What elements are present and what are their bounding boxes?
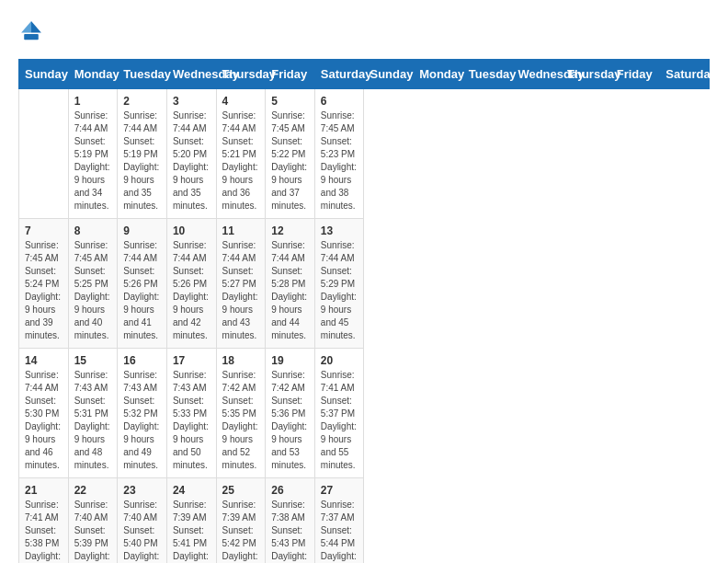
calendar-cell: 9Sunrise: 7:44 AMSunset: 5:26 PMDaylight… <box>118 219 167 349</box>
calendar-cell: 24Sunrise: 7:39 AMSunset: 5:41 PMDayligh… <box>166 478 216 564</box>
day-info: Sunrise: 7:45 AMSunset: 5:22 PMDaylight:… <box>271 109 309 213</box>
day-number: 17 <box>173 354 210 367</box>
calendar-cell: 26Sunrise: 7:38 AMSunset: 5:43 PMDayligh… <box>266 478 315 564</box>
day-number: 14 <box>25 354 63 367</box>
day-info: Sunrise: 7:44 AMSunset: 5:21 PMDaylight:… <box>222 109 260 213</box>
calendar-cell: 2Sunrise: 7:44 AMSunset: 5:19 PMDaylight… <box>118 89 167 219</box>
calendar-cell: 23Sunrise: 7:40 AMSunset: 5:40 PMDayligh… <box>118 478 167 564</box>
day-info: Sunrise: 7:44 AMSunset: 5:30 PMDaylight:… <box>25 369 63 472</box>
day-header-thursday: Thursday <box>562 60 611 89</box>
day-header-tuesday: Tuesday <box>118 60 167 89</box>
day-number: 6 <box>321 95 358 108</box>
day-info: Sunrise: 7:44 AMSunset: 5:19 PMDaylight:… <box>123 109 161 213</box>
day-header-sunday: Sunday <box>19 60 69 89</box>
calendar-cell: 20Sunrise: 7:41 AMSunset: 5:37 PMDayligh… <box>314 349 364 478</box>
day-header-friday: Friday <box>266 60 315 89</box>
calendar-cell: 5Sunrise: 7:45 AMSunset: 5:22 PMDaylight… <box>266 89 315 219</box>
calendar-cell: 16Sunrise: 7:43 AMSunset: 5:32 PMDayligh… <box>118 349 167 478</box>
day-info: Sunrise: 7:45 AMSunset: 5:24 PMDaylight:… <box>25 239 63 342</box>
day-number: 21 <box>25 484 63 497</box>
calendar-cell: 10Sunrise: 7:44 AMSunset: 5:26 PMDayligh… <box>166 219 216 349</box>
calendar-cell: 12Sunrise: 7:44 AMSunset: 5:28 PMDayligh… <box>266 219 315 349</box>
day-info: Sunrise: 7:41 AMSunset: 5:38 PMDaylight:… <box>25 499 63 563</box>
day-info: Sunrise: 7:39 AMSunset: 5:42 PMDaylight:… <box>222 499 260 563</box>
calendar-cell: 18Sunrise: 7:42 AMSunset: 5:35 PMDayligh… <box>216 349 266 478</box>
day-info: Sunrise: 7:43 AMSunset: 5:33 PMDaylight:… <box>173 369 210 472</box>
day-info: Sunrise: 7:45 AMSunset: 5:25 PMDaylight:… <box>74 239 112 342</box>
day-number: 12 <box>271 224 309 237</box>
day-number: 25 <box>222 484 260 497</box>
day-number: 8 <box>74 224 112 237</box>
day-number: 3 <box>173 95 210 108</box>
calendar-cell: 19Sunrise: 7:42 AMSunset: 5:36 PMDayligh… <box>266 349 315 478</box>
day-number: 5 <box>271 95 309 108</box>
day-header-saturday: Saturday <box>314 60 364 89</box>
logo <box>18 18 48 44</box>
day-info: Sunrise: 7:44 AMSunset: 5:26 PMDaylight:… <box>123 239 161 342</box>
day-number: 15 <box>74 354 112 367</box>
day-info: Sunrise: 7:44 AMSunset: 5:20 PMDaylight:… <box>173 109 210 213</box>
day-number: 27 <box>321 484 358 497</box>
day-info: Sunrise: 7:44 AMSunset: 5:28 PMDaylight:… <box>271 239 309 342</box>
calendar-cell: 4Sunrise: 7:44 AMSunset: 5:21 PMDaylight… <box>216 89 266 219</box>
page-header <box>18 18 710 44</box>
svg-rect-2 <box>24 34 39 40</box>
day-header-monday: Monday <box>414 60 463 89</box>
day-number: 22 <box>74 484 112 497</box>
svg-marker-1 <box>21 21 31 32</box>
day-number: 20 <box>321 354 358 367</box>
calendar-cell: 6Sunrise: 7:45 AMSunset: 5:23 PMDaylight… <box>314 89 364 219</box>
calendar-cell: 14Sunrise: 7:44 AMSunset: 5:30 PMDayligh… <box>19 349 69 478</box>
day-header-thursday: Thursday <box>216 60 266 89</box>
day-number: 26 <box>271 484 309 497</box>
day-number: 9 <box>123 224 161 237</box>
svg-marker-0 <box>31 21 41 32</box>
day-header-saturday: Saturday <box>660 60 710 89</box>
calendar-cell: 13Sunrise: 7:44 AMSunset: 5:29 PMDayligh… <box>314 219 364 349</box>
day-header-friday: Friday <box>610 60 660 89</box>
calendar-week-4: 21Sunrise: 7:41 AMSunset: 5:38 PMDayligh… <box>19 478 710 564</box>
day-info: Sunrise: 7:42 AMSunset: 5:35 PMDaylight:… <box>222 369 260 472</box>
calendar-cell: 25Sunrise: 7:39 AMSunset: 5:42 PMDayligh… <box>216 478 266 564</box>
day-number: 13 <box>321 224 358 237</box>
day-number: 18 <box>222 354 260 367</box>
calendar-table: SundayMondayTuesdayWednesdayThursdayFrid… <box>18 59 710 563</box>
day-number: 1 <box>74 95 112 108</box>
calendar-cell: 3Sunrise: 7:44 AMSunset: 5:20 PMDaylight… <box>166 89 216 219</box>
day-info: Sunrise: 7:44 AMSunset: 5:19 PMDaylight:… <box>74 109 112 213</box>
day-header-monday: Monday <box>68 60 118 89</box>
calendar-cell: 22Sunrise: 7:40 AMSunset: 5:39 PMDayligh… <box>68 478 118 564</box>
calendar-cell: 8Sunrise: 7:45 AMSunset: 5:25 PMDaylight… <box>68 219 118 349</box>
day-number: 23 <box>123 484 161 497</box>
logo-icon <box>18 18 44 44</box>
day-info: Sunrise: 7:43 AMSunset: 5:32 PMDaylight:… <box>123 369 161 472</box>
day-info: Sunrise: 7:44 AMSunset: 5:27 PMDaylight:… <box>222 239 260 342</box>
day-number: 19 <box>271 354 309 367</box>
calendar-cell: 15Sunrise: 7:43 AMSunset: 5:31 PMDayligh… <box>68 349 118 478</box>
calendar-cell <box>19 89 69 219</box>
calendar-cell: 21Sunrise: 7:41 AMSunset: 5:38 PMDayligh… <box>19 478 69 564</box>
day-header-tuesday: Tuesday <box>462 60 512 89</box>
day-info: Sunrise: 7:37 AMSunset: 5:44 PMDaylight:… <box>321 499 358 563</box>
day-number: 7 <box>25 224 63 237</box>
calendar-week-1: 1Sunrise: 7:44 AMSunset: 5:19 PMDaylight… <box>19 89 710 219</box>
day-info: Sunrise: 7:43 AMSunset: 5:31 PMDaylight:… <box>74 369 112 472</box>
day-header-sunday: Sunday <box>364 60 414 89</box>
day-number: 2 <box>123 95 161 108</box>
day-info: Sunrise: 7:44 AMSunset: 5:26 PMDaylight:… <box>173 239 210 342</box>
day-header-wednesday: Wednesday <box>512 60 562 89</box>
calendar-cell: 7Sunrise: 7:45 AMSunset: 5:24 PMDaylight… <box>19 219 69 349</box>
day-number: 24 <box>173 484 210 497</box>
calendar-cell: 11Sunrise: 7:44 AMSunset: 5:27 PMDayligh… <box>216 219 266 349</box>
day-info: Sunrise: 7:44 AMSunset: 5:29 PMDaylight:… <box>321 239 358 342</box>
calendar-cell: 27Sunrise: 7:37 AMSunset: 5:44 PMDayligh… <box>314 478 364 564</box>
day-info: Sunrise: 7:45 AMSunset: 5:23 PMDaylight:… <box>321 109 358 213</box>
calendar-header-row: SundayMondayTuesdayWednesdayThursdayFrid… <box>19 60 710 89</box>
calendar-week-2: 7Sunrise: 7:45 AMSunset: 5:24 PMDaylight… <box>19 219 710 349</box>
day-info: Sunrise: 7:40 AMSunset: 5:40 PMDaylight:… <box>123 499 161 563</box>
day-info: Sunrise: 7:39 AMSunset: 5:41 PMDaylight:… <box>173 499 210 563</box>
calendar-cell: 17Sunrise: 7:43 AMSunset: 5:33 PMDayligh… <box>166 349 216 478</box>
day-number: 11 <box>222 224 260 237</box>
calendar-week-3: 14Sunrise: 7:44 AMSunset: 5:30 PMDayligh… <box>19 349 710 478</box>
day-number: 10 <box>173 224 210 237</box>
